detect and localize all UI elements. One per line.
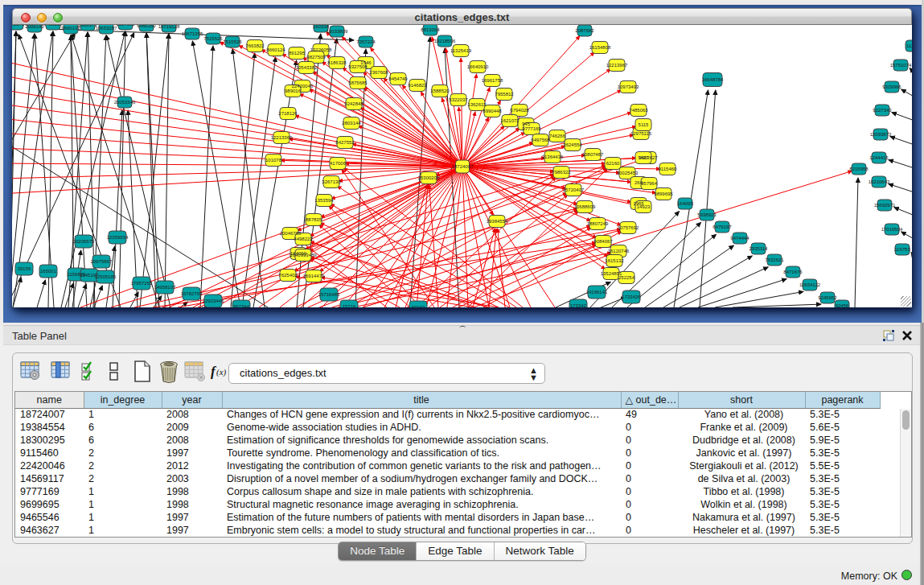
svg-text:8471676: 8471676 xyxy=(783,270,803,274)
svg-text:92456: 92456 xyxy=(836,303,849,307)
svg-text:10719128: 10719128 xyxy=(158,25,180,29)
svg-text:9146821: 9146821 xyxy=(408,83,427,88)
svg-text:16640910: 16640910 xyxy=(467,64,489,69)
svg-text:1733426: 1733426 xyxy=(622,295,641,299)
svg-text:9474444: 9474444 xyxy=(730,236,749,241)
svg-text:7515526: 7515526 xyxy=(203,36,223,41)
svg-text:5115: 5115 xyxy=(639,122,650,127)
svg-text:10807487: 10807487 xyxy=(582,152,604,157)
svg-text:9242848: 9242848 xyxy=(344,101,363,106)
svg-text:9327508: 9327508 xyxy=(348,64,368,69)
svg-text:15751074: 15751074 xyxy=(890,63,912,68)
svg-text:2935114: 2935114 xyxy=(749,246,769,251)
svg-text:989016: 989016 xyxy=(285,89,302,93)
svg-text:14958107: 14958107 xyxy=(154,285,176,290)
svg-text:7663822: 7663822 xyxy=(245,43,265,48)
svg-text:1362615: 1362615 xyxy=(467,102,487,107)
svg-text:252254: 252254 xyxy=(618,275,635,280)
svg-text:6466160: 6466160 xyxy=(137,25,156,28)
svg-text:11173: 11173 xyxy=(906,43,912,48)
svg-text:417006: 417006 xyxy=(330,161,347,166)
svg-text:15692971: 15692971 xyxy=(874,203,896,208)
svg-text:20053346: 20053346 xyxy=(114,100,136,105)
svg-text:20206576: 20206576 xyxy=(73,239,95,244)
svg-text:12359934: 12359934 xyxy=(107,235,129,240)
svg-text:9777169: 9777169 xyxy=(522,126,541,131)
svg-text:1615132: 1615132 xyxy=(605,258,624,263)
svg-text:957964: 957964 xyxy=(641,181,658,186)
svg-text:11325419: 11325419 xyxy=(450,48,472,53)
svg-text:1244415: 1244415 xyxy=(869,155,889,160)
svg-text:(x): (x) xyxy=(216,367,227,377)
svg-text:20975867: 20975867 xyxy=(91,259,113,264)
svg-text:9329966: 9329966 xyxy=(882,84,901,89)
svg-text:17016504: 17016504 xyxy=(881,227,903,232)
svg-text:5875685: 5875685 xyxy=(348,80,368,85)
svg-text:12923446: 12923446 xyxy=(203,299,224,303)
svg-text:3624554: 3624554 xyxy=(563,142,582,147)
svg-text:14923: 14923 xyxy=(637,204,651,209)
svg-text:2803144: 2803144 xyxy=(342,121,361,126)
svg-text:20046788: 20046788 xyxy=(280,231,302,236)
svg-text:173342: 173342 xyxy=(570,303,587,307)
svg-text:13226058: 13226058 xyxy=(310,47,332,52)
svg-text:15716485: 15716485 xyxy=(318,292,340,297)
svg-text:7986322: 7986322 xyxy=(552,170,571,175)
svg-text:7515526: 7515526 xyxy=(223,39,242,44)
svg-text:21364436: 21364436 xyxy=(542,154,564,159)
svg-text:10671355: 10671355 xyxy=(182,31,203,36)
svg-text:165001: 165001 xyxy=(40,269,57,274)
svg-text:16961758: 16961758 xyxy=(482,78,503,83)
svg-text:10025453: 10025453 xyxy=(617,171,639,175)
svg-text:12505185: 12505185 xyxy=(95,274,117,279)
svg-text:8813054: 8813054 xyxy=(421,27,440,32)
svg-text:8215958: 8215958 xyxy=(849,167,869,171)
svg-text:9084067: 9084067 xyxy=(593,239,613,244)
svg-text:101078: 101078 xyxy=(265,158,282,163)
svg-text:19218506: 19218506 xyxy=(434,39,456,43)
svg-text:7485063: 7485063 xyxy=(629,108,648,113)
svg-text:0433218: 0433218 xyxy=(43,25,63,27)
svg-text:6497568: 6497568 xyxy=(531,138,550,142)
svg-text:10543382: 10543382 xyxy=(296,65,318,70)
svg-text:8186328: 8186328 xyxy=(327,60,347,65)
svg-text:3627: 3627 xyxy=(638,155,649,160)
svg-text:9227343: 9227343 xyxy=(873,108,892,113)
svg-text:12213369: 12213369 xyxy=(271,135,293,140)
svg-text:19384554: 19384554 xyxy=(487,219,508,224)
svg-text:7625402: 7625402 xyxy=(278,273,298,278)
svg-text:2718126: 2718126 xyxy=(278,111,298,116)
svg-text:16033809: 16033809 xyxy=(326,29,348,34)
svg-text:2009140: 2009140 xyxy=(25,25,44,29)
svg-text:7357224: 7357224 xyxy=(356,39,376,44)
svg-text:18807249: 18807249 xyxy=(587,221,609,226)
svg-text:6794028: 6794028 xyxy=(510,108,529,113)
svg-text:5322037: 5322037 xyxy=(449,97,468,102)
svg-text:9899695: 9899695 xyxy=(654,192,673,196)
svg-text:8990448: 8990448 xyxy=(483,109,502,113)
svg-text:10654112: 10654112 xyxy=(799,282,821,287)
svg-text:10973493: 10973493 xyxy=(618,84,639,89)
svg-text:10757692: 10757692 xyxy=(618,225,639,230)
svg-text:9245652: 9245652 xyxy=(818,295,837,300)
svg-text:17957255: 17957255 xyxy=(131,281,153,286)
svg-text:1588520: 1588520 xyxy=(430,89,450,93)
svg-text:8660124: 8660124 xyxy=(266,47,285,52)
svg-text:16154808: 16154808 xyxy=(589,45,611,50)
svg-text:10688609: 10688609 xyxy=(574,204,596,209)
svg-text:5938923: 5938923 xyxy=(697,212,717,217)
svg-text:746266: 746266 xyxy=(549,134,566,138)
svg-text:15716: 15716 xyxy=(343,304,356,307)
svg-text:16210643: 16210643 xyxy=(869,179,890,184)
svg-text:3267130: 3267130 xyxy=(322,179,341,184)
svg-text:891295: 891295 xyxy=(289,51,306,56)
svg-text:4498222: 4498222 xyxy=(294,237,313,241)
svg-text:2087682: 2087682 xyxy=(575,28,594,33)
svg-text:12975115: 12975115 xyxy=(630,131,652,136)
svg-text:6479197: 6479197 xyxy=(713,225,732,229)
svg-text:9827509: 9827509 xyxy=(306,55,326,60)
svg-text:7955812: 7955812 xyxy=(495,92,514,97)
svg-text:1353594: 1353594 xyxy=(314,198,334,203)
svg-text:887835: 887835 xyxy=(306,217,322,222)
svg-text:62160: 62160 xyxy=(606,161,620,166)
